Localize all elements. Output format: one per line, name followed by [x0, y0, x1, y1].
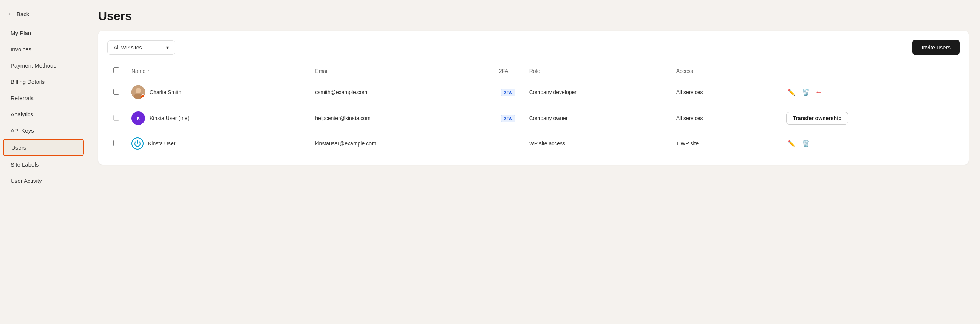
row-actions: ✏️ 🗑️: [786, 138, 953, 149]
select-all-checkbox[interactable]: [113, 67, 119, 73]
sidebar-item-referrals[interactable]: Referrals: [3, 90, 84, 106]
avatar: [132, 85, 145, 99]
sidebar-nav: My Plan Invoices Payment Methods Billing…: [0, 25, 87, 189]
arrow-indicator: ←: [815, 88, 822, 96]
user-email: helpcenter@kinsta.com: [315, 115, 371, 121]
user-info: Kinsta User: [132, 137, 303, 149]
row-actions: Transfer ownership: [786, 112, 953, 125]
delete-icon[interactable]: 🗑️: [800, 87, 811, 97]
chevron-down-icon: ▾: [166, 44, 169, 51]
sidebar-item-my-plan[interactable]: My Plan: [3, 25, 84, 41]
table-row: Charlie Smith csmith@example.com 2FA Com…: [107, 79, 959, 105]
invite-users-button[interactable]: Invite users: [912, 40, 959, 55]
user-role: Company developer: [529, 89, 576, 95]
col-header-name: Name: [132, 68, 145, 74]
col-header-2fa: 2FA: [499, 68, 509, 74]
user-info: Charlie Smith: [132, 85, 303, 99]
red-arrow-icon: ←: [815, 88, 822, 96]
sort-arrow-icon: ↑: [147, 68, 149, 74]
user-name: Kinsta User: [148, 140, 175, 146]
twofa-badge: 2FA: [501, 115, 515, 122]
user-email: kinstauser@example.com: [315, 140, 376, 146]
user-access: All services: [676, 115, 703, 121]
toolbar: All WP sites ▾ Invite users: [107, 40, 959, 55]
users-table: Name ↑ Email 2FA Role Access: [107, 63, 959, 156]
back-label: Back: [17, 11, 29, 17]
user-role: Company owner: [529, 115, 568, 121]
user-email: csmith@example.com: [315, 89, 367, 95]
site-filter-dropdown[interactable]: All WP sites ▾: [107, 40, 175, 55]
sidebar-item-billing-details[interactable]: Billing Details: [3, 74, 84, 89]
twofa-badge: 2FA: [501, 89, 515, 96]
sidebar: ← Back My Plan Invoices Payment Methods …: [0, 0, 87, 324]
row-checkbox-2[interactable]: [113, 115, 119, 121]
user-access: All services: [676, 89, 703, 95]
delete-icon[interactable]: 🗑️: [800, 138, 811, 149]
col-header-email: Email: [315, 68, 328, 74]
site-filter-label: All WP sites: [114, 44, 142, 51]
user-access: 1 WP site: [676, 140, 699, 146]
page-title: Users: [98, 9, 969, 23]
sidebar-item-payment-methods[interactable]: Payment Methods: [3, 58, 84, 73]
avatar: K: [132, 111, 145, 125]
user-role: WP site access: [529, 140, 565, 146]
sidebar-item-invoices[interactable]: Invoices: [3, 41, 84, 57]
edit-icon[interactable]: ✏️: [786, 87, 797, 97]
sidebar-item-site-labels[interactable]: Site Labels: [3, 157, 84, 172]
sidebar-item-user-activity[interactable]: User Activity: [3, 173, 84, 189]
user-name: Charlie Smith: [150, 89, 181, 95]
transfer-ownership-button[interactable]: Transfer ownership: [786, 112, 848, 125]
col-header-access: Access: [676, 68, 693, 74]
back-button[interactable]: ← Back: [0, 8, 87, 25]
edit-icon[interactable]: ✏️: [786, 138, 797, 149]
avatar: [132, 137, 143, 149]
row-checkbox-1[interactable]: [113, 89, 119, 95]
svg-point-1: [136, 88, 141, 93]
notification-dot: [140, 94, 145, 99]
row-checkbox-3[interactable]: [113, 140, 119, 146]
table-row: Kinsta User kinstauser@example.com WP si…: [107, 132, 959, 156]
content-card: All WP sites ▾ Invite users Name ↑: [98, 30, 969, 165]
main-content: Users All WP sites ▾ Invite users Name: [87, 0, 980, 324]
back-arrow-icon: ←: [8, 11, 14, 17]
user-name: Kinsta User (me): [150, 115, 189, 121]
table-row: K Kinsta User (me) helpcenter@kinsta.com…: [107, 105, 959, 132]
sidebar-item-analytics[interactable]: Analytics: [3, 106, 84, 122]
user-info: K Kinsta User (me): [132, 111, 303, 125]
sidebar-item-api-keys[interactable]: API Keys: [3, 123, 84, 138]
col-header-role: Role: [529, 68, 540, 74]
row-actions: ✏️ 🗑️ ←: [786, 87, 953, 97]
sidebar-item-users[interactable]: Users: [3, 139, 84, 156]
